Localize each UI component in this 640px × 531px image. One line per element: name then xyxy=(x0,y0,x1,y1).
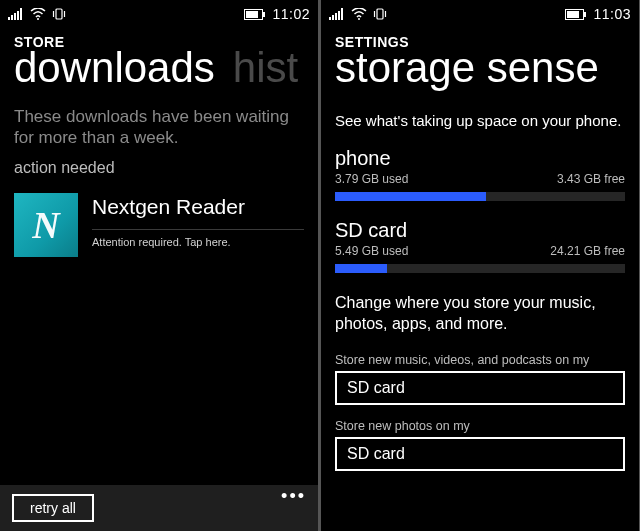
used-label: 3.79 GB used xyxy=(335,172,408,186)
svg-rect-4 xyxy=(20,8,22,20)
svg-rect-18 xyxy=(377,9,383,19)
download-item[interactable]: N Nextgen Reader Attention required. Tap… xyxy=(14,193,304,257)
signal-icon xyxy=(8,8,24,20)
wifi-icon xyxy=(30,8,46,20)
svg-rect-6 xyxy=(56,9,62,19)
description: See what's taking up space on your phone… xyxy=(335,112,625,129)
battery-icon xyxy=(565,9,587,20)
signal-icon xyxy=(329,8,345,20)
sd-storage[interactable]: SD card 5.49 GB used 24.21 GB free xyxy=(335,219,625,273)
svg-point-17 xyxy=(358,18,360,20)
change-description: Change where you store your music, photo… xyxy=(335,293,625,335)
battery-icon xyxy=(244,9,266,20)
svg-rect-0 xyxy=(8,17,10,20)
storage-bar-fill xyxy=(335,192,486,201)
retry-all-button[interactable]: retry all xyxy=(12,494,94,522)
wifi-icon xyxy=(351,8,367,20)
media-location-label: Store new music, videos, and podcasts on… xyxy=(335,353,625,367)
storage-name: phone xyxy=(335,147,625,170)
appbar: retry all ••• xyxy=(0,485,318,531)
svg-rect-2 xyxy=(14,13,16,20)
used-label: 5.49 GB used xyxy=(335,244,408,258)
free-label: 24.21 GB free xyxy=(550,244,625,258)
pivot[interactable]: downloads hist xyxy=(0,44,318,92)
svg-rect-1 xyxy=(11,15,13,20)
media-location-select[interactable]: SD card xyxy=(335,371,625,405)
attention-text[interactable]: Attention required. Tap here. xyxy=(92,236,304,248)
more-icon[interactable]: ••• xyxy=(281,492,306,501)
phone-storage[interactable]: phone 3.79 GB used 3.43 GB free xyxy=(335,147,625,201)
svg-point-5 xyxy=(37,18,39,20)
app-name: Nextgen Reader xyxy=(92,195,304,219)
vibrate-icon xyxy=(373,8,387,20)
storage-sense-screen: 11:03 SETTINGS storage sense See what's … xyxy=(321,0,639,531)
action-needed-label: action needed xyxy=(14,159,304,177)
svg-rect-11 xyxy=(263,12,265,17)
divider xyxy=(92,229,304,230)
tab-downloads[interactable]: downloads xyxy=(14,44,215,92)
storage-bar xyxy=(335,264,625,273)
pivot: storage sense xyxy=(321,44,639,92)
photos-location-select[interactable]: SD card xyxy=(335,437,625,471)
svg-rect-14 xyxy=(335,13,337,20)
free-label: 3.43 GB free xyxy=(557,172,625,186)
store-downloads-screen: 11:02 STORE downloads hist These downloa… xyxy=(0,0,318,531)
svg-rect-10 xyxy=(246,11,258,18)
svg-rect-16 xyxy=(341,8,343,20)
storage-bar-fill xyxy=(335,264,387,273)
svg-rect-23 xyxy=(584,12,586,17)
svg-rect-22 xyxy=(567,11,579,18)
clock: 11:02 xyxy=(272,6,310,22)
svg-rect-3 xyxy=(17,11,19,20)
clock: 11:03 xyxy=(593,6,631,22)
photos-location-label: Store new photos on my xyxy=(335,419,625,433)
storage-name: SD card xyxy=(335,219,625,242)
waiting-message: These downloads have been waiting for mo… xyxy=(14,106,304,149)
app-icon: N xyxy=(14,193,78,257)
tab-history[interactable]: hist xyxy=(233,44,298,92)
status-bar: 11:03 xyxy=(321,0,639,26)
vibrate-icon xyxy=(52,8,66,20)
status-bar: 11:02 xyxy=(0,0,318,26)
storage-bar xyxy=(335,192,625,201)
page-title: storage sense xyxy=(335,44,599,92)
svg-rect-15 xyxy=(338,11,340,20)
svg-rect-12 xyxy=(329,17,331,20)
svg-rect-13 xyxy=(332,15,334,20)
